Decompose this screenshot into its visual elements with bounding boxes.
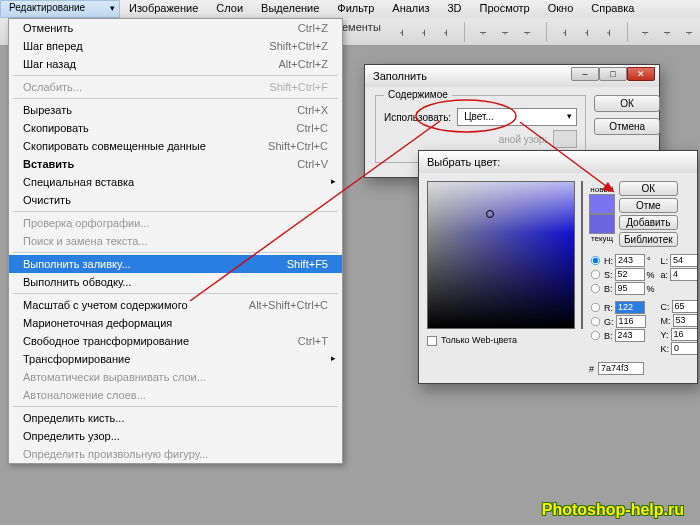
menu-item[interactable]: Масштаб с учетом содержимогоAlt+Shift+Ct… [9,296,342,314]
bb-radio[interactable] [591,331,600,340]
h-input[interactable]: 243 [615,254,645,267]
g-radio[interactable] [591,317,600,326]
distribute-icon[interactable]: ⫟ [680,21,700,43]
menu-item-filter[interactable]: Фильтр [328,0,383,18]
h-label: H: [604,256,613,266]
g-input[interactable]: 116 [616,315,646,328]
menu-item[interactable]: ОтменитьCtrl+Z [9,19,342,37]
close-button[interactable]: ✕ [627,67,655,81]
color-picker-dialog: Выбрать цвет: Только Web-цвета новый тек… [418,150,698,384]
separator [464,22,465,42]
menu-item: Поиск и замена текста... [9,232,342,250]
saturation-value-field[interactable] [427,181,575,329]
web-colors-label: Только Web-цвета [441,335,517,345]
new-color-label: новый [589,185,615,194]
menu-item: Проверка орфографии... [9,214,342,232]
b-radio[interactable] [591,284,600,293]
separator [627,22,628,42]
cancel-button[interactable]: Отмена [594,118,660,135]
libraries-button[interactable]: Библиотек [619,232,678,247]
menu-item[interactable]: Марионеточная деформация [9,314,342,332]
align-icon[interactable]: ⫟ [473,21,493,43]
menu-item: Автоналожение слоев... [9,386,342,404]
current-swatch [589,214,615,234]
a-input[interactable]: 4 [670,268,698,281]
hue-slider[interactable] [581,181,583,329]
menu-item: Определить произвольную фигуру... [9,445,342,463]
menu-item-select[interactable]: Выделение [252,0,328,18]
menu-item[interactable]: Шаг впередShift+Ctrl+Z [9,37,342,55]
distribute-icon[interactable]: ⫞ [554,21,574,43]
distribute-icon[interactable]: ⫟ [636,21,656,43]
pattern-label: аной узор: [499,134,547,145]
menu-item-view[interactable]: Просмотр [471,0,539,18]
new-swatch [589,194,615,214]
c-input[interactable]: 65 [672,300,698,313]
use-select[interactable]: Цвет... [457,108,577,126]
color-marker[interactable] [486,210,494,218]
use-label: Использовать: [384,112,451,123]
menu-item-window[interactable]: Окно [539,0,583,18]
watermark: Photoshop-help.ru [542,501,684,519]
align-icon[interactable]: ⫞ [414,21,434,43]
m-input[interactable]: 53 [673,314,698,327]
bb-input[interactable]: 243 [615,329,645,342]
menu-item[interactable]: Определить кисть... [9,409,342,427]
menu-item-help[interactable]: Справка [582,0,643,18]
distribute-icon[interactable]: ⫟ [658,21,678,43]
distribute-icon[interactable]: ⫞ [599,21,619,43]
l-input[interactable]: 54 [670,254,698,267]
menu-item-analysis[interactable]: Анализ [383,0,438,18]
s-radio[interactable] [591,270,600,279]
align-icon[interactable]: ⫟ [517,21,537,43]
menu-item-layers[interactable]: Слои [207,0,252,18]
hex-input[interactable]: 7a74f3 [598,362,644,375]
fill-dialog-title: Заполнить – □ ✕ [365,65,659,87]
r-input[interactable]: 122 [615,301,645,314]
hex-label: # [589,364,594,374]
menu-item: Автоматически выравнивать слои... [9,368,342,386]
menu-item-image[interactable]: Изображение [120,0,207,18]
ok-button[interactable]: ОК [619,181,678,196]
s-input[interactable]: 52 [615,268,645,281]
menu-item[interactable]: Определить узор... [9,427,342,445]
menu-item[interactable]: ВставитьCtrl+V [9,155,342,173]
color-dialog-title: Выбрать цвет: [419,151,697,173]
dialog-title-text: Заполнить [373,70,427,82]
menu-item[interactable]: ВырезатьCtrl+X [9,101,342,119]
y-input[interactable]: 16 [671,328,698,341]
menu-item[interactable]: СкопироватьCtrl+C [9,119,342,137]
align-icon[interactable]: ⫞ [436,21,456,43]
b-input[interactable]: 95 [615,282,645,295]
ok-button[interactable]: ОК [594,95,660,112]
pattern-swatch[interactable] [553,130,577,148]
k-input[interactable]: 0 [671,342,698,355]
maximize-button[interactable]: □ [599,67,627,81]
add-swatch-button[interactable]: Добавить [619,215,678,230]
dialog-title-text: Выбрать цвет: [427,156,500,168]
minimize-button[interactable]: – [571,67,599,81]
group-label: Содержимое [384,89,452,100]
edit-menu-dropdown: ОтменитьCtrl+ZШаг впередShift+Ctrl+ZШаг … [8,18,343,464]
menu-item[interactable]: Шаг назадAlt+Ctrl+Z [9,55,342,73]
h-radio[interactable] [591,256,600,265]
menu-item[interactable]: Скопировать совмещенные данныеShift+Ctrl… [9,137,342,155]
align-icon[interactable]: ⫟ [495,21,515,43]
options-label: ементы [342,21,381,33]
menu-item[interactable]: Трансформирование [9,350,342,368]
menu-item[interactable]: Выполнить обводку... [9,273,342,291]
web-colors-checkbox[interactable] [427,336,437,346]
menu-item[interactable]: Специальная вставка [9,173,342,191]
menu-item: Ослабить...Shift+Ctrl+F [9,78,342,96]
cancel-button[interactable]: Отме [619,198,678,213]
menu-item[interactable]: Очистить [9,191,342,209]
r-radio[interactable] [591,303,600,312]
separator [546,22,547,42]
menubar: Редактирование Изображение Слои Выделени… [0,0,700,18]
align-icon[interactable]: ⫞ [392,21,412,43]
menu-item-edit[interactable]: Редактирование [0,0,120,18]
menu-item[interactable]: Выполнить заливку...Shift+F5 [9,255,342,273]
distribute-icon[interactable]: ⫞ [577,21,597,43]
menu-item-3d[interactable]: 3D [438,0,470,18]
menu-item[interactable]: Свободное трансформированиеCtrl+T [9,332,342,350]
